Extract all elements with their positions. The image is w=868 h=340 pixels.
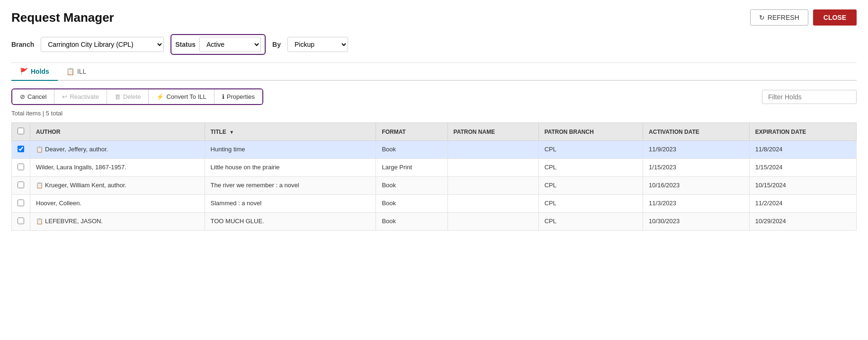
row-activation-date: 10/16/2023 — [643, 177, 750, 195]
select-all-checkbox[interactable] — [18, 128, 24, 134]
info-icon: ℹ — [222, 93, 224, 100]
header-checkbox-cell — [12, 123, 30, 141]
row-expiration-date: 10/29/2024 — [749, 213, 856, 231]
row-expiration-date: 1/15/2024 — [749, 159, 856, 177]
tab-holds[interactable]: 🚩 Holds — [11, 63, 58, 81]
delete-button[interactable]: 🗑 Delete — [107, 89, 149, 104]
row-expiration-date: 11/2/2024 — [749, 195, 856, 213]
row-patron-branch: CPL — [538, 141, 643, 159]
row-activation-date: 1/15/2023 — [643, 159, 750, 177]
filter-bar: Branch Carrington City Library (CPL) Sta… — [11, 34, 857, 55]
row-patron-branch: CPL — [538, 177, 643, 195]
cancel-icon: ⊘ — [20, 93, 25, 100]
row-format: Large Print — [376, 159, 447, 177]
row-author: Hoover, Colleen. — [30, 195, 205, 213]
action-bar: ⊘ Cancel ↩ Reactivate 🗑 Delete ⚡ Convert… — [11, 88, 857, 105]
table-row: Hoover, Colleen. Slammed : a novel Book … — [12, 195, 857, 213]
header-actions: ↻ REFRESH CLOSE — [750, 9, 857, 26]
by-label: By — [272, 41, 281, 48]
row-title: The river we remember : a novel — [205, 177, 376, 195]
row-title: TOO MUCH GLUE. — [205, 213, 376, 231]
row-checkbox[interactable] — [18, 164, 24, 170]
row-checkbox[interactable] — [18, 146, 24, 152]
properties-button[interactable]: ℹ Properties — [215, 89, 262, 104]
header-author: AUTHOR — [30, 123, 205, 141]
row-expiration-date: 11/8/2024 — [749, 141, 856, 159]
reactivate-icon: ↩ — [62, 93, 67, 100]
table-row: 📋Krueger, William Kent, author. The rive… — [12, 177, 857, 195]
row-title: Hunting time — [205, 141, 376, 159]
tab-ill[interactable]: 📋 ILL — [58, 63, 95, 81]
total-items: Total items | 5 total — [11, 110, 857, 117]
header-patron-name: PATRON NAME — [447, 123, 538, 141]
row-patron-branch: CPL — [538, 195, 643, 213]
table-header-row: AUTHOR TITLE ▼ FORMAT PATRON NAME PATRON… — [12, 123, 857, 141]
row-format: Book — [376, 195, 447, 213]
convert-to-ill-button[interactable]: ⚡ Convert To ILL — [149, 89, 214, 104]
table-body: 📋Deaver, Jeffery, author. Hunting time B… — [12, 141, 857, 231]
row-activation-date: 11/3/2023 — [643, 195, 750, 213]
row-checkbox[interactable] — [18, 182, 24, 188]
branch-label: Branch — [11, 41, 34, 48]
row-format: Book — [376, 213, 447, 231]
table-row: Wilder, Laura Ingalls, 1867-1957. Little… — [12, 159, 857, 177]
branch-select[interactable]: Carrington City Library (CPL) — [41, 37, 164, 52]
data-table: AUTHOR TITLE ▼ FORMAT PATRON NAME PATRON… — [11, 122, 857, 231]
row-author: 📋Krueger, William Kent, author. — [30, 177, 205, 195]
row-patron-name — [447, 177, 538, 195]
status-label: Status — [175, 41, 196, 48]
tabs: 🚩 Holds 📋 ILL — [11, 63, 857, 81]
header-row: Request Manager ↻ REFRESH CLOSE — [11, 9, 857, 26]
row-checkbox-cell — [12, 195, 30, 213]
row-title: Little house on the prairie — [205, 159, 376, 177]
filter-holds-input[interactable] — [762, 90, 857, 104]
header-title[interactable]: TITLE ▼ — [205, 123, 376, 141]
header-format: FORMAT — [376, 123, 447, 141]
row-patron-name — [447, 213, 538, 231]
row-title: Slammed : a novel — [205, 195, 376, 213]
row-patron-name — [447, 141, 538, 159]
row-patron-branch: CPL — [538, 159, 643, 177]
row-format: Book — [376, 141, 447, 159]
row-patron-branch: CPL — [538, 213, 643, 231]
refresh-icon: ↻ — [759, 14, 765, 21]
lightning-icon: ⚡ — [156, 93, 164, 100]
table-row: 📋LEFEBVRE, JASON. TOO MUCH GLUE. Book CP… — [12, 213, 857, 231]
sort-icon: ▼ — [229, 130, 234, 135]
row-format: Book — [376, 177, 447, 195]
row-patron-name — [447, 159, 538, 177]
row-checkbox[interactable] — [18, 200, 24, 206]
row-expiration-date: 10/15/2024 — [749, 177, 856, 195]
delete-icon: 🗑 — [115, 93, 121, 100]
reactivate-button[interactable]: ↩ Reactivate — [54, 89, 107, 104]
status-select[interactable]: ActiveInactiveAll — [199, 37, 261, 52]
page-title: Request Manager — [11, 10, 114, 25]
table-row: 📋Deaver, Jeffery, author. Hunting time B… — [12, 141, 857, 159]
row-patron-name — [447, 195, 538, 213]
row-author: 📋Deaver, Jeffery, author. — [30, 141, 205, 159]
page-container: Request Manager ↻ REFRESH CLOSE Branch C… — [0, 0, 868, 240]
close-button[interactable]: CLOSE — [813, 9, 857, 26]
by-select[interactable]: Pickup Request Date — [287, 37, 348, 52]
tab-ill-label: ILL — [77, 68, 86, 75]
flag-icon: 🚩 — [20, 68, 28, 75]
row-author: Wilder, Laura Ingalls, 1867-1957. — [30, 159, 205, 177]
tab-holds-label: Holds — [31, 68, 49, 75]
header-expiration-date: EXPIRATION DATE — [749, 123, 856, 141]
header-activation-date: ACTIVATION DATE — [643, 123, 750, 141]
row-checkbox-cell — [12, 159, 30, 177]
row-checkbox-cell — [12, 213, 30, 231]
action-buttons-group: ⊘ Cancel ↩ Reactivate 🗑 Delete ⚡ Convert… — [11, 88, 263, 105]
cancel-button[interactable]: ⊘ Cancel — [12, 89, 54, 104]
header-patron-branch: PATRON BRANCH — [538, 123, 643, 141]
row-checkbox-cell — [12, 141, 30, 159]
refresh-button[interactable]: ↻ REFRESH — [750, 9, 808, 26]
row-checkbox-cell — [12, 177, 30, 195]
status-group: Status ActiveInactiveAll — [170, 34, 266, 55]
row-author: 📋LEFEBVRE, JASON. — [30, 213, 205, 231]
row-activation-date: 10/30/2023 — [643, 213, 750, 231]
table-icon: 📋 — [66, 68, 74, 75]
row-checkbox[interactable] — [18, 218, 24, 224]
row-activation-date: 11/9/2023 — [643, 141, 750, 159]
